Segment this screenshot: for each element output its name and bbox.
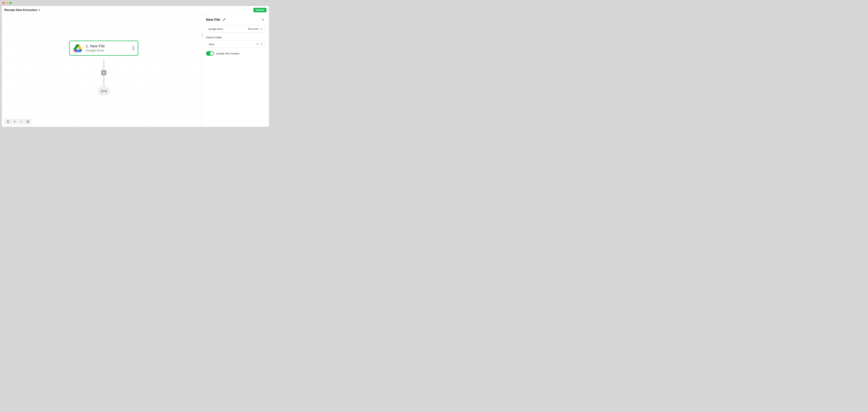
add-step-button[interactable]: + — [101, 70, 106, 75]
chevron-up-down-icon — [260, 43, 262, 46]
parent-folder-label: Parent Folder — [206, 36, 265, 39]
zoom-in-button[interactable]: + — [11, 119, 18, 124]
fit-screen-icon — [26, 120, 29, 123]
node-title: 1. New File — [86, 44, 129, 48]
node-subtitle: Google Drive — [86, 49, 129, 53]
panel-title: New File — [206, 18, 220, 22]
window-close-button[interactable] — [2, 2, 4, 4]
refresh-icon — [7, 120, 9, 123]
pencil-icon — [222, 18, 226, 21]
parent-folder-value: Input — [209, 43, 214, 46]
caret-down-icon: ▼ — [38, 9, 41, 11]
node-text-block: 1. New File Google Drive — [86, 44, 129, 53]
google-drive-icon — [73, 44, 83, 53]
plus-icon: + — [103, 71, 105, 75]
svg-rect-6 — [27, 121, 28, 122]
reconnect-button[interactable]: Reconnect — [248, 28, 259, 30]
end-label: End — [101, 89, 107, 93]
clear-parent-folder-button[interactable] — [256, 43, 259, 45]
close-panel-button[interactable] — [261, 18, 265, 22]
include-file-content-toggle[interactable] — [206, 51, 214, 56]
canvas-toolbar: + − — [4, 119, 31, 125]
end-node: End — [98, 86, 110, 96]
include-file-content-label: Include File Content — [216, 52, 239, 55]
node-more-menu-button[interactable] — [132, 45, 135, 52]
grip-icon: ⋮⋮ — [201, 34, 204, 36]
window-minimize-button[interactable] — [6, 2, 8, 4]
reset-view-button[interactable] — [5, 119, 11, 124]
parent-folder-selector[interactable]: Input — [206, 41, 265, 48]
minus-icon: − — [20, 120, 22, 124]
workflow-node-new-file[interactable]: 1. New File Google Drive — [69, 41, 138, 56]
kebab-icon — [133, 46, 134, 47]
zoom-out-button[interactable]: − — [18, 119, 25, 124]
connection-value: google-drive — [209, 27, 223, 30]
chevron-up-down-icon — [260, 28, 262, 30]
close-icon — [261, 18, 265, 21]
connection-selector[interactable]: google-drive Reconnect — [206, 25, 265, 32]
close-icon — [256, 43, 259, 45]
flow-title-label: Receipt Data Extraction — [4, 8, 37, 12]
workflow-canvas[interactable]: 1. New File Google Drive + End — [2, 14, 202, 127]
plus-icon: + — [13, 120, 16, 124]
publish-button[interactable]: Publish — [253, 8, 267, 12]
toggle-knob — [210, 52, 214, 55]
app-window: Receipt Data Extraction ▼ Publish — [2, 6, 269, 127]
flow-title-dropdown[interactable]: Receipt Data Extraction ▼ — [4, 8, 41, 12]
fit-view-button[interactable] — [25, 119, 31, 124]
window-zoom-button[interactable] — [9, 2, 11, 4]
edit-title-button[interactable] — [222, 18, 226, 22]
window-titlebar — [0, 0, 271, 6]
panel-resize-handle[interactable]: ⋮⋮ — [201, 34, 204, 36]
config-panel: New File — [202, 14, 269, 127]
top-bar: Receipt Data Extraction ▼ Publish — [2, 6, 269, 14]
